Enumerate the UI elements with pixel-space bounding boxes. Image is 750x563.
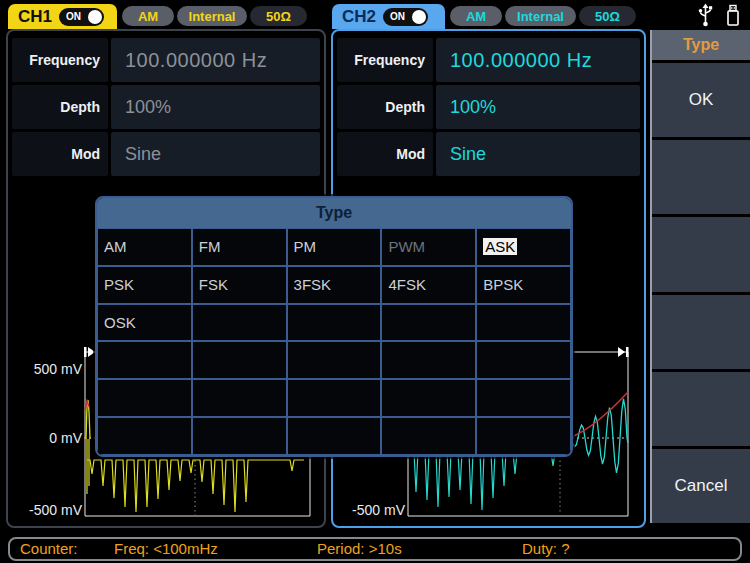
mod-type-cell-empty [287, 304, 382, 342]
mod-type-cell-empty [192, 417, 287, 455]
ch2-mod-badge: AM [450, 6, 502, 26]
mod-type-cell-empty [192, 341, 287, 379]
ch2-trigger-marker [618, 347, 625, 357]
ch2-toggle-label: ON [390, 11, 405, 22]
ch1-frequency-label: Frequency [12, 38, 108, 82]
ch1-mod-badge: AM [122, 6, 174, 26]
ch1-label: CH1 [18, 7, 52, 27]
mod-type-cell-4fsk[interactable]: 4FSK [381, 266, 476, 304]
ch1-mod-value[interactable]: Sine [111, 132, 320, 176]
softkey-menu: Type OK Cancel [650, 30, 750, 523]
mod-type-cell-empty [287, 341, 382, 379]
mod-type-cell-empty [476, 304, 571, 342]
mod-type-cell-empty [476, 341, 571, 379]
mod-type-cell-empty [476, 417, 571, 455]
softkey-blank-3 [652, 295, 750, 369]
counter-duty: Duty: ? [522, 539, 570, 559]
mod-type-cell-empty [381, 341, 476, 379]
selected-mod-type: ASK [483, 238, 517, 255]
mod-type-dialog: Type AM FM PM PWM ASK PSK FSK 3FSK 4FSK … [95, 196, 573, 457]
ch1-source-badge: Internal [177, 6, 247, 26]
ch2-depth-value[interactable]: 100% [436, 85, 640, 129]
counter-bar: Counter: Freq: <100mHz Period: >10s Duty… [8, 537, 742, 561]
mod-type-cell-empty [476, 379, 571, 417]
mod-type-grid: AM FM PM PWM ASK PSK FSK 3FSK 4FSK BPSK … [97, 228, 571, 455]
mod-type-cell-empty [381, 304, 476, 342]
ch1-depth-row[interactable]: Depth 100% [12, 85, 320, 129]
ch1-mod-row[interactable]: Mod Sine [12, 132, 320, 176]
ch1-scale-zero: 0 mV [20, 430, 82, 446]
ch1-frequency-row[interactable]: Frequency 100.000000 Hz [12, 38, 320, 82]
ch1-frequency-value[interactable]: 100.000000 Hz [111, 38, 320, 82]
mod-type-cell-empty [381, 417, 476, 455]
mod-type-cell-empty [97, 417, 192, 455]
ch1-scale-bottom: -500 mV [20, 502, 82, 518]
mod-type-cell-pwm: PWM [381, 228, 476, 266]
generator-screen: CH1 ON AM Internal 50Ω CH2 ON AM Interna… [0, 0, 750, 563]
ch2-mod-row[interactable]: Mod Sine [337, 132, 640, 176]
mod-type-cell-psk[interactable]: PSK [97, 266, 192, 304]
ch2-trace-spikes [412, 452, 558, 510]
usb-drive-icon [725, 3, 741, 28]
cancel-button[interactable]: Cancel [652, 449, 750, 523]
counter-period: Period: >10s [317, 539, 402, 559]
ch2-scale-bottom: -500 mV [343, 502, 405, 518]
mod-type-cell-fm[interactable]: FM [192, 228, 287, 266]
ch1-mod-label: Mod [12, 132, 108, 176]
ch2-impedance-badge: 50Ω [579, 6, 636, 26]
ch2-toggle-knob [412, 10, 426, 24]
ch2-frequency-row[interactable]: Frequency 100.000000 Hz [337, 38, 640, 82]
mod-type-cell-empty [97, 341, 192, 379]
ch1-trace [87, 460, 304, 512]
ch2-frequency-label: Frequency [337, 38, 433, 82]
mod-type-cell-empty [287, 379, 382, 417]
counter-label: Counter: [20, 539, 78, 559]
softkey-blank-1 [652, 140, 750, 214]
tab-ch2[interactable]: CH2 ON [332, 4, 445, 29]
tab-ch1[interactable]: CH1 ON [8, 4, 117, 29]
usb-icon [697, 3, 714, 28]
mod-type-cell-am[interactable]: AM [97, 228, 192, 266]
ch1-depth-label: Depth [12, 85, 108, 129]
ch1-trigger-marker [84, 347, 87, 357]
ch2-source-badge: Internal [505, 6, 576, 26]
mod-type-cell-3fsk[interactable]: 3FSK [287, 266, 382, 304]
mod-type-cell-empty [97, 379, 192, 417]
ch1-impedance-badge: 50Ω [250, 6, 307, 26]
ch2-on-toggle[interactable]: ON [383, 8, 428, 26]
menu-title: Type [652, 30, 750, 60]
ch1-scale-top: 500 mV [20, 361, 82, 377]
mod-type-cell-osk[interactable]: OSK [97, 304, 192, 342]
ch2-frequency-value[interactable]: 100.000000 Hz [436, 38, 640, 82]
mod-type-cell-bpsk[interactable]: BPSK [476, 266, 571, 304]
ch1-depth-value[interactable]: 100% [111, 85, 320, 129]
softkey-blank-2 [652, 217, 750, 291]
mod-type-cell-fsk[interactable]: FSK [192, 266, 287, 304]
ch2-depth-row[interactable]: Depth 100% [337, 85, 640, 129]
ch1-on-toggle[interactable]: ON [59, 8, 104, 26]
mod-type-cell-empty [192, 379, 287, 417]
dialog-title: Type [97, 198, 571, 228]
ch2-mod-label: Mod [337, 132, 433, 176]
ch1-toggle-label: ON [66, 11, 81, 22]
ok-button[interactable]: OK [652, 63, 750, 137]
status-icons [697, 3, 741, 28]
ch2-depth-label: Depth [337, 85, 433, 129]
ch1-toggle-knob [88, 10, 102, 24]
mod-type-cell-empty [381, 379, 476, 417]
ch2-label: CH2 [342, 7, 376, 27]
mod-type-cell-pm[interactable]: PM [287, 228, 382, 266]
ch2-mod-value[interactable]: Sine [436, 132, 640, 176]
counter-freq: Freq: <100mHz [114, 539, 218, 559]
mod-type-cell-empty [192, 304, 287, 342]
softkey-blank-4 [652, 372, 750, 446]
mod-type-cell-empty [287, 417, 382, 455]
mod-type-cell-ask[interactable]: ASK [476, 228, 571, 266]
